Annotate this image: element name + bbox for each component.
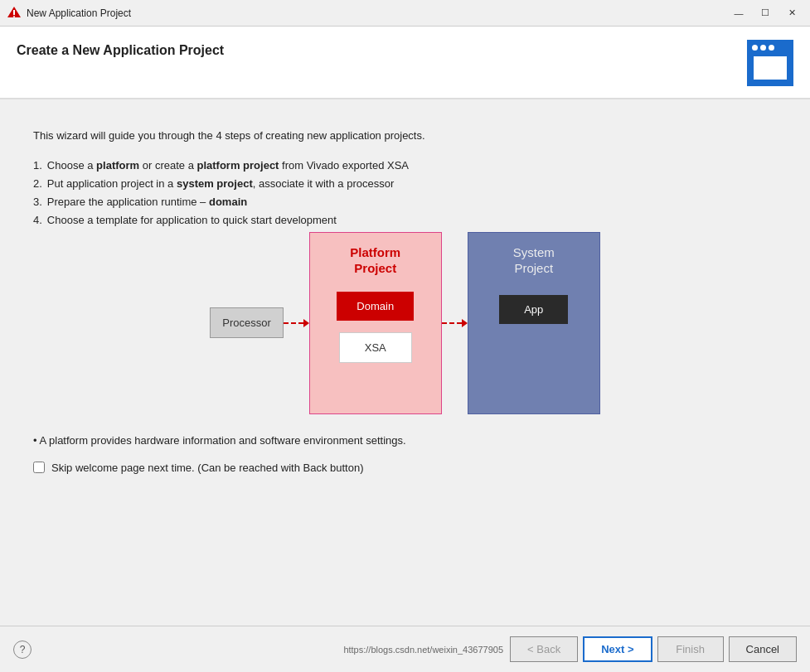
app-logo-icon	[7, 6, 22, 21]
dashed-line-1	[284, 322, 303, 324]
dot-3	[769, 45, 774, 51]
cancel-button[interactable]: Cancel	[729, 636, 797, 662]
processor-box: Processor	[210, 307, 284, 338]
intro-paragraph: This wizard will guide you through the 4…	[33, 128, 777, 144]
step-1: 1. Choose a platform or create a platfor…	[33, 159, 777, 172]
footer-url: https://blogs.csdn.net/weixin_43677905	[343, 645, 503, 655]
steps-list: 1. Choose a platform or create a platfor…	[33, 159, 777, 226]
next-button[interactable]: Next >	[583, 636, 652, 662]
minimize-button[interactable]: —	[727, 5, 750, 22]
step-3-text: Prepare the application runtime – domain	[47, 196, 247, 208]
back-button[interactable]: < Back	[510, 636, 578, 662]
step-2-text: Put application project in a system proj…	[47, 177, 394, 190]
step-3: 3. Prepare the application runtime – dom…	[33, 196, 777, 208]
footer-buttons: < Back Next > Finish Cancel	[510, 636, 797, 662]
platform-project-box: PlatformProject Domain XSA	[309, 232, 442, 414]
architecture-diagram: Processor PlatformProject Domain XSA Sys…	[33, 232, 777, 414]
dot-2	[760, 45, 766, 51]
finish-button[interactable]: Finish	[657, 636, 724, 662]
close-button[interactable]: ✕	[780, 5, 803, 22]
dashed-line-2	[442, 322, 462, 324]
step-4: 4. Choose a template for application to …	[33, 214, 777, 226]
step-1-text: Choose a platform or create a platform p…	[47, 159, 409, 172]
app-box: App	[499, 295, 568, 324]
step-1-num: 1.	[33, 159, 42, 172]
info-bullet-text: • A platform provides hardware informati…	[33, 434, 777, 447]
help-button[interactable]: ?	[13, 641, 32, 659]
window-title: New Application Project	[27, 7, 727, 19]
maximize-button[interactable]: ☐	[754, 5, 777, 22]
window-controls: — ☐ ✕	[727, 5, 803, 22]
header-app-icon	[747, 40, 793, 86]
step-2: 2. Put application project in a system p…	[33, 177, 777, 190]
platform-title: PlatformProject	[350, 244, 400, 277]
wizard-header: Create a New Application Project	[0, 27, 810, 99]
page-title: Create a New Application Project	[17, 40, 224, 58]
title-bar: New Application Project — ☐ ✕	[0, 0, 810, 27]
svg-point-3	[13, 16, 15, 17]
connector-2	[442, 319, 468, 327]
step-4-text: Choose a template for application to qui…	[47, 214, 337, 226]
wizard-content: This wizard will guide you through the 4…	[0, 108, 810, 626]
arrow-head-2	[462, 319, 468, 327]
wizard-footer: ? https://blogs.csdn.net/weixin_43677905…	[0, 626, 810, 672]
step-3-num: 3.	[33, 196, 42, 208]
icon-screen	[754, 56, 787, 80]
xsa-box: XSA	[339, 332, 412, 363]
arrow-head-1	[303, 319, 309, 327]
skip-row: Skip welcome page next time. (Can be rea…	[33, 462, 777, 474]
icon-dots	[752, 45, 774, 51]
domain-box: Domain	[337, 292, 414, 321]
step-2-num: 2.	[33, 177, 42, 190]
diagram-inner: Processor PlatformProject Domain XSA Sys…	[210, 232, 600, 414]
skip-label: Skip welcome page next time. (Can be rea…	[51, 462, 363, 474]
step-4-num: 4.	[33, 214, 42, 226]
system-title: SystemProject	[513, 244, 555, 277]
dot-1	[752, 45, 758, 51]
connector-1	[284, 319, 309, 327]
skip-checkbox[interactable]	[33, 462, 45, 473]
system-project-box: SystemProject App	[468, 232, 600, 414]
